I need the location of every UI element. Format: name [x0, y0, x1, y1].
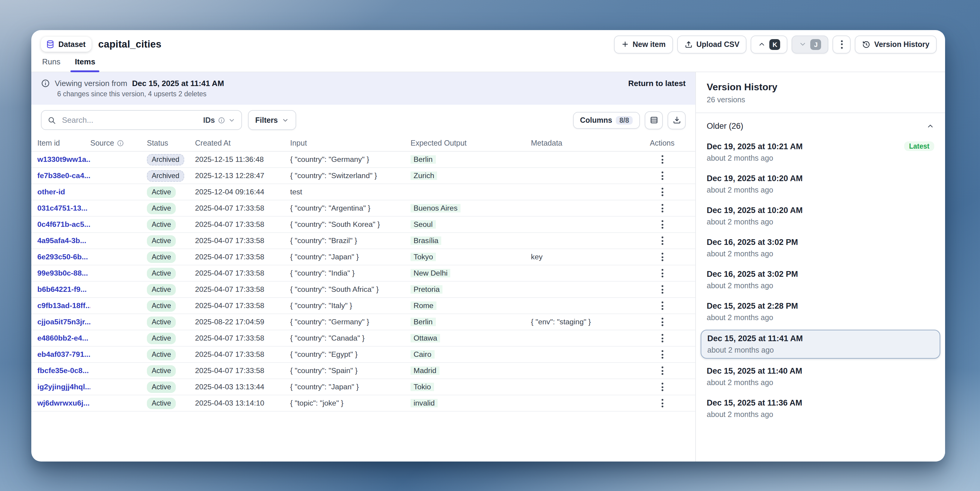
row-actions-menu-button[interactable]: [658, 299, 667, 312]
status-cell: Active: [147, 219, 195, 230]
version-item[interactable]: Dec 15, 2025 at 11:36 AM Latest about 2 …: [696, 395, 945, 423]
banner-change-summary: 6 changes since this version, 4 upserts …: [57, 90, 686, 97]
version-item[interactable]: Dec 15, 2025 at 11:41 AM Latest about 2 …: [701, 330, 940, 359]
input-cell: { "country": "Spain" }: [290, 367, 410, 375]
expected-output-value: Madrid: [410, 367, 439, 375]
row-actions-menu-button[interactable]: [658, 315, 667, 329]
created-at-cell: 2025-04-07 17:33:58: [195, 253, 290, 261]
table-toolbar: IDs Filters Columns 8/8: [31, 105, 695, 135]
chevron-up-icon: [758, 40, 766, 48]
plus-icon: [621, 40, 629, 48]
version-item[interactable]: Dec 15, 2025 at 11:40 AM Latest about 2 …: [696, 363, 945, 391]
item-id-link[interactable]: b6b64221-f9...: [37, 285, 90, 294]
status-cell: Active: [147, 397, 195, 409]
expected-output-cell: Buenos Aires: [410, 204, 531, 212]
row-actions-menu-button[interactable]: [658, 185, 667, 199]
item-id-link[interactable]: 6e293c50-6b...: [37, 253, 90, 261]
input-cell: { "country": "Egypt" }: [290, 350, 410, 359]
status-badge: Active: [147, 349, 176, 360]
created-at-cell: 2025-08-22 17:04:59: [195, 318, 290, 326]
search-box[interactable]: IDs: [41, 110, 242, 130]
item-id-link[interactable]: 0c4f671b-ac5...: [37, 220, 90, 229]
tab-runs[interactable]: Runs: [42, 57, 60, 72]
version-item[interactable]: Dec 19, 2025 at 10:20 AM Latest about 2 …: [696, 170, 945, 198]
row-actions-menu-button[interactable]: [658, 364, 667, 377]
row-actions-menu-button[interactable]: [658, 267, 667, 280]
row-actions-menu-button[interactable]: [658, 153, 667, 166]
version-item[interactable]: Dec 15, 2025 at 2:28 PM Latest about 2 m…: [696, 298, 945, 326]
expected-output-value: Pretoria: [410, 285, 443, 294]
table-row: ig2yjingjj4hql... Active 2025-04-03 13:1…: [31, 379, 695, 395]
database-icon: [46, 40, 55, 49]
version-list: Dec 19, 2025 at 10:21 AM Latest about 2 …: [696, 137, 945, 461]
row-density-button[interactable]: [645, 111, 663, 129]
collapse-user-k-button[interactable]: K: [751, 35, 788, 53]
columns-label: Columns: [580, 116, 612, 124]
item-id-link[interactable]: eb4af037-791...: [37, 350, 90, 359]
row-actions-menu-button[interactable]: [658, 169, 667, 182]
version-item[interactable]: Dec 19, 2025 at 10:21 AM Latest about 2 …: [696, 138, 945, 166]
tab-items[interactable]: Items: [75, 57, 95, 72]
columns-button[interactable]: Columns 8/8: [573, 111, 640, 129]
search-field-selector[interactable]: IDs: [203, 116, 235, 124]
status-badge: Active: [147, 235, 176, 246]
item-id-link[interactable]: c9fb13ad-18ff...: [37, 302, 90, 310]
overflow-menu-button[interactable]: [833, 35, 851, 53]
version-relative-time: about 2 months ago: [707, 154, 934, 162]
item-id-link[interactable]: 99e93b0c-88...: [37, 269, 90, 277]
item-id-link[interactable]: cjjoa5it75n3jr...: [37, 318, 90, 326]
created-at-cell: 2025-04-07 17:33:58: [195, 302, 290, 310]
status-cell: Archived: [147, 154, 195, 165]
version-item[interactable]: Dec 16, 2025 at 3:02 PM Latest about 2 m…: [696, 266, 945, 294]
row-actions-menu-button[interactable]: [658, 250, 667, 264]
return-to-latest-button[interactable]: Return to latest: [628, 79, 686, 88]
version-panel-title: Version History: [707, 82, 934, 93]
item-id-link[interactable]: 4a95afa4-3b...: [37, 237, 90, 245]
row-actions-menu-button[interactable]: [658, 202, 667, 215]
status-cell: Active: [147, 349, 195, 360]
created-at-cell: 2025-04-03 13:14:10: [195, 399, 290, 407]
status-cell: Active: [147, 284, 195, 295]
older-section-toggle[interactable]: Older (26): [696, 113, 945, 137]
item-id-link[interactable]: e4860bb2-e4...: [37, 334, 90, 342]
col-created-at: Created At: [195, 139, 290, 147]
item-id-link[interactable]: fe7b38e0-ca4...: [37, 172, 90, 180]
info-icon: [41, 79, 50, 88]
filters-button[interactable]: Filters: [248, 110, 296, 130]
row-actions-menu-button[interactable]: [658, 332, 667, 345]
item-id-link[interactable]: w1330t9ww1a...: [37, 155, 90, 164]
row-actions-menu-button[interactable]: [658, 283, 667, 296]
table-row: eb4af037-791... Active 2025-04-07 17:33:…: [31, 346, 695, 363]
version-history-button[interactable]: Version History: [855, 35, 937, 53]
row-actions-menu-button[interactable]: [658, 380, 667, 394]
item-id-link[interactable]: other-id: [37, 188, 90, 196]
item-id-link[interactable]: wj6dwrwxu6j...: [37, 399, 90, 407]
table-row: 0c4f671b-ac5... Active 2025-04-07 17:33:…: [31, 217, 695, 233]
item-id-link[interactable]: ig2yjingjj4hql...: [37, 383, 90, 391]
row-actions-menu-button[interactable]: [658, 234, 667, 247]
app-window: Dataset capital_cities New item Upload C…: [31, 30, 945, 461]
latest-badge: Latest: [904, 141, 934, 151]
row-actions-menu-button[interactable]: [658, 397, 667, 410]
upload-csv-button[interactable]: Upload CSV: [677, 35, 747, 53]
row-actions-menu-button[interactable]: [658, 218, 667, 231]
metadata-cell: key: [531, 253, 629, 261]
input-cell: { "country": "Argentina" }: [290, 204, 410, 212]
expected-output-cell: Ottawa: [410, 334, 531, 342]
item-id-link[interactable]: 031c4751-13...: [37, 204, 90, 212]
status-badge: Active: [147, 300, 176, 311]
expand-user-j-button[interactable]: J: [792, 35, 829, 53]
search-icon: [48, 116, 56, 124]
version-item[interactable]: Dec 19, 2025 at 10:20 AM Latest about 2 …: [696, 202, 945, 230]
download-button[interactable]: [668, 111, 686, 129]
version-item[interactable]: Dec 16, 2025 at 3:02 PM Latest about 2 m…: [696, 234, 945, 262]
version-panel-header: Version History 26 versions: [696, 72, 945, 113]
expected-output-cell: Berlin: [410, 318, 531, 326]
new-item-button[interactable]: New item: [614, 35, 673, 53]
status-badge: Active: [147, 332, 176, 344]
upload-icon: [684, 40, 693, 48]
row-actions-menu-button[interactable]: [658, 348, 667, 361]
search-input[interactable]: [61, 115, 198, 125]
version-banner: Viewing version from Dec 15, 2025 at 11:…: [31, 72, 695, 105]
item-id-link[interactable]: fbcfe35e-0c8...: [37, 367, 90, 375]
